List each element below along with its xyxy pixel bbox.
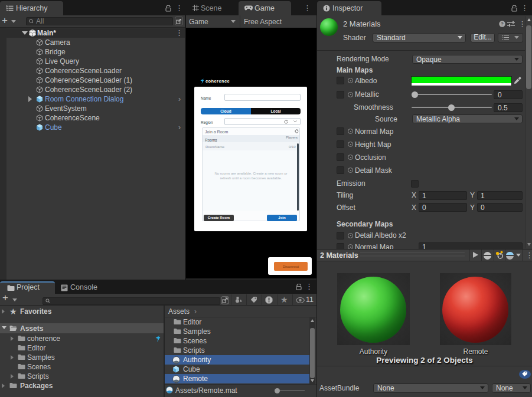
- svg-text:?: ?: [501, 21, 504, 27]
